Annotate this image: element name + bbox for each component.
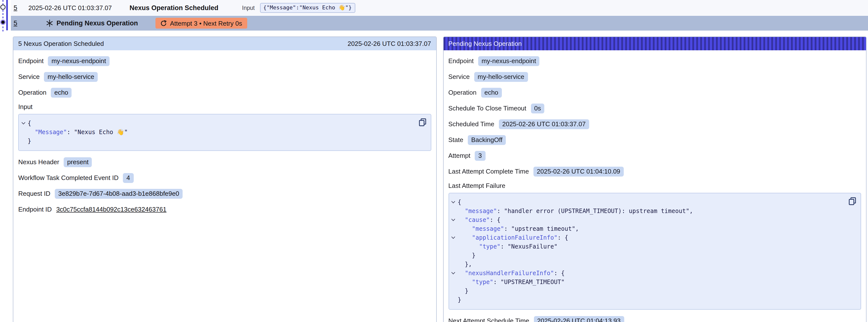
code-text: } xyxy=(458,251,475,260)
event-detail-field-nexus-header: Nexus Headerpresent xyxy=(18,157,431,167)
timeline-graphic xyxy=(0,0,11,32)
code-gutter xyxy=(449,242,458,251)
pending-operation-field-attempt: Attempt3 xyxy=(448,150,861,161)
collapse-chevron-icon[interactable] xyxy=(449,215,458,224)
code-gutter xyxy=(449,295,458,304)
event-detail-fields: Endpointmy-nexus-endpointServicemy-hello… xyxy=(13,50,436,220)
collapse-chevron-icon[interactable] xyxy=(449,197,458,206)
event-timestamp: 2025-02-26 UTC 01:03:37.07 xyxy=(28,4,112,11)
code-text: }, xyxy=(458,260,472,268)
collapse-chevron-icon[interactable] xyxy=(19,119,28,127)
retry-attempts-badge: Attempt 3 • Next Retry 0s xyxy=(155,18,247,29)
event-row-pending-nexus-operation[interactable]: 5 Pending Nexus Operation Attempt 3 • Ne… xyxy=(10,16,868,31)
timeline-gutter xyxy=(0,0,11,32)
code-line: "message": "upstream timeout", xyxy=(449,224,844,233)
field-value-badge: 3 xyxy=(475,151,485,161)
field-label: Request ID xyxy=(18,190,50,197)
field-label: Operation xyxy=(448,89,476,96)
code-line: "cause": { xyxy=(449,215,844,224)
event-detail-field-input: Input{ "Message": "Nexus Echo 👋"} xyxy=(18,103,431,151)
code-line: }, xyxy=(449,260,844,268)
field-label: Input xyxy=(18,103,431,110)
field-value-badge: BackingOff xyxy=(468,135,506,145)
code-text: "message": "upstream timeout", xyxy=(458,224,579,233)
temporal-event-history-view: 5 2025-02-26 UTC 01:03:37.07 Nexus Opera… xyxy=(0,0,868,322)
field-value-badge: my-hello-service xyxy=(44,72,98,82)
field-label: Nexus Header xyxy=(18,158,59,166)
timeline-selected-node-icon[interactable] xyxy=(1,20,5,24)
code-line: "nexusHandlerFailureInfo": { xyxy=(449,268,844,278)
event-detail-field-service: Servicemy-hello-service xyxy=(18,71,431,82)
field-value-badge: my-nexus-endpoint xyxy=(48,56,110,66)
event-detail-field-request-id: Request ID3e829b7e-7d67-4b08-aad3-b1e868… xyxy=(18,188,431,199)
event-detail-field-endpoint: Endpointmy-nexus-endpoint xyxy=(18,56,431,66)
code-text: "nexusHandlerFailureInfo": { xyxy=(458,268,565,278)
code-text: "type": "UPSTREAM_TIMEOUT" xyxy=(458,278,565,286)
pending-event-title: Pending Nexus Operation xyxy=(57,20,138,27)
event-detail-input-code-block: { "Message": "Nexus Echo 👋"} xyxy=(18,114,431,151)
field-label: Scheduled Time xyxy=(448,120,494,128)
field-value-badge: echo xyxy=(481,88,502,97)
event-detail-field-operation: Operationecho xyxy=(18,87,431,98)
pending-operation-fields: Endpointmy-nexus-endpointServicemy-hello… xyxy=(443,50,866,322)
pending-operation-field-operation: Operationecho xyxy=(448,87,861,98)
collapse-chevron-icon[interactable] xyxy=(449,233,458,242)
field-value-badge: 2025-02-26 UTC 01:04:10.09 xyxy=(533,166,624,176)
field-value-badge: 4 xyxy=(123,173,133,183)
event-row-nexus-operation-scheduled[interactable]: 5 2025-02-26 UTC 01:03:37.07 Nexus Opera… xyxy=(10,0,868,15)
code-gutter xyxy=(449,286,458,295)
field-value-badge: present xyxy=(64,157,92,167)
field-value-badge: echo xyxy=(51,88,71,97)
field-label: Endpoint xyxy=(18,57,44,65)
event-detail-panel: 5 Nexus Operation Scheduled 2025-02-26 U… xyxy=(13,36,436,322)
timeline-open-node-icon[interactable] xyxy=(1,5,5,9)
copy-icon[interactable] xyxy=(849,197,856,205)
code-gutter xyxy=(449,278,458,286)
pending-operation-panel-header: Pending Nexus Operation xyxy=(443,37,866,50)
pending-operation-field-endpoint: Endpointmy-nexus-endpoint xyxy=(448,56,861,66)
code-text: } xyxy=(28,136,31,145)
pending-operation-last-attempt-failure-code-block: { "message": "handler error (UPSTREAM_TI… xyxy=(448,193,861,310)
code-line: } xyxy=(449,251,844,260)
pending-operation-field-scheduled-time: Scheduled Time2025-02-26 UTC 01:03:37.07 xyxy=(448,119,861,129)
event-id-link[interactable]: 5 xyxy=(13,20,17,27)
field-value-badge: 2025-02-26 UTC 01:04:13.93 xyxy=(534,316,624,322)
field-label: Workflow Task Completed Event ID xyxy=(18,174,119,182)
code-gutter xyxy=(449,260,458,268)
code-line: "type": "UPSTREAM_TIMEOUT" xyxy=(449,278,844,286)
field-value-badge: 3e829b7e-7d67-4b08-aad3-b1e868bfe9e0 xyxy=(55,189,183,198)
field-value-badge: my-hello-service xyxy=(474,72,528,82)
field-value-badge: 2025-02-26 UTC 01:03:37.07 xyxy=(499,119,589,129)
field-value-badge: 0s xyxy=(531,103,544,113)
code-text: "Message": "Nexus Echo 👋" xyxy=(28,127,128,136)
code-text: { xyxy=(458,197,461,206)
field-label: Attempt xyxy=(448,152,470,159)
code-gutter xyxy=(449,251,458,260)
retry-badge-text: Attempt 3 • Next Retry 0s xyxy=(170,20,242,27)
pending-operation-field-service: Servicemy-hello-service xyxy=(448,71,861,82)
field-label: Service xyxy=(18,73,40,80)
code-text: "type": "NexusFailure" xyxy=(458,242,558,251)
code-text: "cause": { xyxy=(458,215,500,224)
collapse-chevron-icon[interactable] xyxy=(449,268,458,278)
code-text: } xyxy=(458,295,461,304)
field-label: Schedule To Close Timeout xyxy=(448,104,526,112)
field-value-link[interactable]: 3c0c75ccfa8144b092c13ce632463761 xyxy=(56,205,166,213)
event-input-label: Input xyxy=(242,5,255,10)
event-id-link[interactable]: 5 xyxy=(13,4,17,11)
timeline-active-bar xyxy=(6,0,8,30)
pending-operation-field-state: StateBackingOff xyxy=(448,134,861,145)
panel-title: Pending Nexus Operation xyxy=(448,40,522,47)
field-label: Last Attempt Failure xyxy=(448,182,861,189)
field-label: Next Attempt Schedule Time xyxy=(448,317,529,322)
code-line: "type": "NexusFailure" xyxy=(449,242,844,251)
pending-operation-field-schedule-to-close-timeout: Schedule To Close Timeout0s xyxy=(448,103,861,114)
code-text: } xyxy=(458,286,468,295)
field-label: State xyxy=(448,136,463,143)
code-line: { xyxy=(19,119,414,127)
code-line: { xyxy=(449,197,844,206)
copy-icon[interactable] xyxy=(419,118,426,126)
field-value-badge: my-nexus-endpoint xyxy=(478,56,539,66)
field-label: Endpoint xyxy=(448,57,474,65)
code-text: "message": "handler error (UPSTREAM_TIME… xyxy=(458,206,693,215)
